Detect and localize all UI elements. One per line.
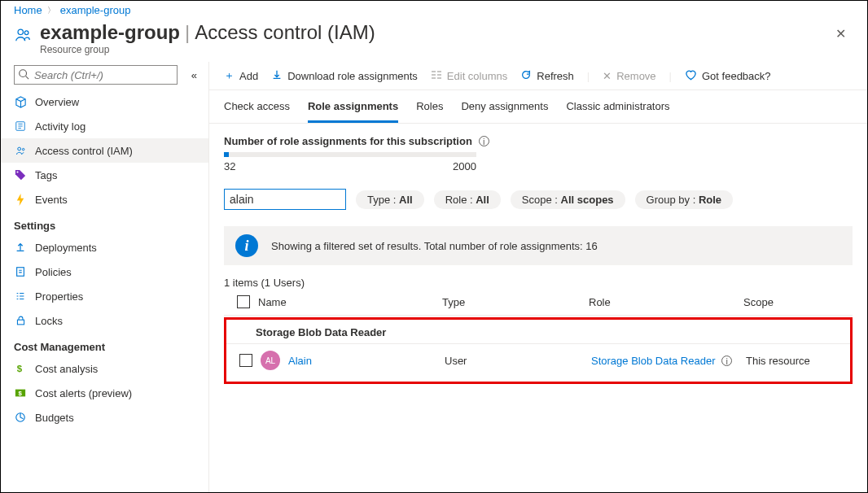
filter-scope[interactable]: Scope : All scopes <box>511 190 625 209</box>
filter-role[interactable]: Role : All <box>434 190 501 209</box>
group-title: Storage Blob Data Reader <box>226 320 850 344</box>
breadcrumb-home[interactable]: Home <box>14 4 42 16</box>
filter-type[interactable]: Type : All <box>356 190 424 209</box>
sidebar-label: Events <box>35 194 68 206</box>
items-count: 1 items (1 Users) <box>224 277 853 289</box>
user-name-link[interactable]: Alain <box>288 355 312 367</box>
row-role-link[interactable]: Storage Blob Data Reader <box>591 355 715 367</box>
chevron-right-icon: 〉 <box>47 5 55 16</box>
sidebar-label: Budgets <box>35 412 74 424</box>
properties-icon <box>14 290 27 303</box>
sidebar-label: Activity log <box>35 120 85 133</box>
col-type[interactable]: Type <box>442 296 589 308</box>
svg-line-3 <box>26 76 29 80</box>
plus-icon: ＋ <box>224 68 235 83</box>
sidebar-item-budgets[interactable]: Budgets <box>1 405 208 430</box>
toolbar: ＋ Add Download role assignments Edit col… <box>209 62 867 90</box>
resource-type-label: Resource group <box>40 44 819 55</box>
tab-roles[interactable]: Roles <box>416 90 443 123</box>
sidebar-label: Deployments <box>35 242 97 254</box>
filter-name-input[interactable] <box>224 189 346 210</box>
upload-icon <box>14 241 27 254</box>
sidebar-label: Cost analysis <box>35 363 98 375</box>
info-icon[interactable]: i <box>479 136 489 146</box>
search-input[interactable] <box>14 65 178 85</box>
tab-deny-assignments[interactable]: Deny assignments <box>461 90 548 123</box>
sidebar-item-activity-log[interactable]: Activity log <box>1 114 208 138</box>
refresh-icon <box>520 69 532 83</box>
remove-button[interactable]: ✕ Remove <box>603 70 655 82</box>
collapse-sidebar-button[interactable]: « <box>188 66 200 85</box>
sidebar-item-cost-alerts[interactable]: $ Cost alerts (preview) <box>1 381 208 405</box>
tag-icon <box>14 168 27 181</box>
breadcrumb: Home 〉 example-group <box>1 1 867 18</box>
sidebar-label: Locks <box>35 315 63 327</box>
sidebar-section-cost: Cost Management <box>1 333 208 356</box>
download-button[interactable]: Download role assignments <box>271 69 418 83</box>
svg-point-8 <box>17 147 20 151</box>
table-row[interactable]: AL Alain User Storage Blob Data Reader i… <box>226 344 850 377</box>
sidebar-label: Cost alerts (preview) <box>35 387 132 399</box>
col-name[interactable]: Name <box>258 296 442 308</box>
svg-point-1 <box>24 31 28 35</box>
sidebar-item-iam[interactable]: Access control (IAM) <box>1 138 208 163</box>
sidebar-item-properties[interactable]: Properties <box>1 284 208 308</box>
sidebar-item-events[interactable]: Events <box>1 187 208 212</box>
columns-icon <box>431 70 442 82</box>
svg-point-0 <box>18 29 23 34</box>
refresh-button[interactable]: Refresh <box>520 69 574 83</box>
stats-label: Number of role assignments for this subs… <box>224 135 472 147</box>
stats-max: 2000 <box>453 160 476 172</box>
lock-icon <box>14 314 27 327</box>
sidebar-label: Properties <box>35 290 83 303</box>
col-role[interactable]: Role <box>589 296 743 308</box>
users-icon <box>14 144 27 157</box>
sidebar-label: Tags <box>35 169 57 181</box>
close-button[interactable]: ✕ <box>827 21 854 46</box>
svg-point-2 <box>20 70 27 77</box>
sidebar-label: Access control (IAM) <box>35 145 133 157</box>
main-panel: ＋ Add Download role assignments Edit col… <box>209 62 867 493</box>
info-icon: i <box>235 234 258 257</box>
row-type: User <box>445 355 591 367</box>
sidebar-item-locks[interactable]: Locks <box>1 308 208 333</box>
table-header: Name Type Role Scope <box>224 289 853 316</box>
page-title: example-group <box>40 21 180 44</box>
sidebar-section-settings: Settings <box>1 212 208 235</box>
avatar: AL <box>261 351 280 370</box>
col-scope[interactable]: Scope <box>743 296 848 308</box>
edit-columns-button[interactable]: Edit columns <box>431 70 507 82</box>
feedback-button[interactable]: Got feedback? <box>685 69 771 83</box>
row-checkbox[interactable] <box>239 354 252 367</box>
svg-rect-12 <box>17 320 24 325</box>
info-icon[interactable]: i <box>721 356 732 366</box>
svg-text:$: $ <box>17 364 23 373</box>
select-all-checkbox[interactable] <box>237 295 250 308</box>
svg-text:$: $ <box>18 390 22 397</box>
search-icon <box>18 68 29 82</box>
add-button[interactable]: ＋ Add <box>224 68 258 83</box>
tab-check-access[interactable]: Check access <box>224 90 290 123</box>
page-header: example-group | Access control (IAM) Res… <box>1 18 867 62</box>
filter-group-by[interactable]: Group by : Role <box>635 190 733 209</box>
page-subtitle: Access control (IAM) <box>195 21 375 44</box>
remove-icon: ✕ <box>603 70 612 82</box>
download-icon <box>271 69 283 83</box>
policy-icon <box>14 265 27 278</box>
sidebar-item-overview[interactable]: Overview <box>1 89 208 114</box>
tab-classic-admins[interactable]: Classic administrators <box>566 90 669 123</box>
sidebar-item-deployments[interactable]: Deployments <box>1 235 208 260</box>
stats-current: 32 <box>224 160 235 172</box>
row-scope: This resource <box>746 355 845 367</box>
users-icon <box>14 26 32 46</box>
alert-dollar-icon: $ <box>14 386 27 399</box>
banner-text: Showing a filtered set of results. Total… <box>271 240 598 252</box>
sidebar-item-tags[interactable]: Tags <box>1 163 208 187</box>
tab-role-assignments[interactable]: Role assignments <box>308 90 398 123</box>
budget-icon <box>14 411 27 424</box>
heart-icon <box>685 69 697 83</box>
breadcrumb-item[interactable]: example-group <box>60 4 131 16</box>
sidebar-item-cost-analysis[interactable]: $ Cost analysis <box>1 356 208 381</box>
sidebar-item-policies[interactable]: Policies <box>1 260 208 284</box>
sidebar: « Overview Activity log Access control (… <box>1 62 209 493</box>
